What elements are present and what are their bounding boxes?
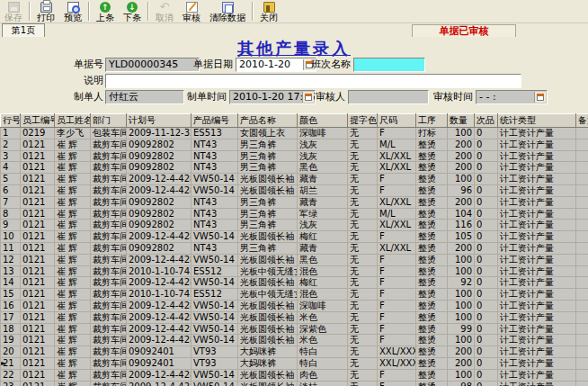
audit-status-badge: 单据已审核 <box>412 24 516 38</box>
toolbar-button-close[interactable]: 关闭 <box>255 0 282 22</box>
table-row[interactable]: 190121崔 辉裁剪车间2009-12-4-428VW50-14光板圆领长袖米… <box>1 335 588 346</box>
cell-process: 整烫 <box>416 357 448 369</box>
table-row[interactable]: 140121崔 辉裁剪车间2009-12-4-428VW50-14光板圆领长袖梅… <box>1 277 588 289</box>
table-row[interactable]: 200121崔 辉裁剪车间09092401VT93大妈咪裤特白无XXL/XXXL… <box>1 346 588 358</box>
cell-product-name: 大妈咪裤 <box>238 357 298 369</box>
column-header-stat-type: 统计类型 <box>498 114 576 128</box>
cell-font-color: 无 <box>348 346 378 358</box>
cell-color: 藏青 <box>298 242 348 254</box>
table-row[interactable]: 160121崔 辉裁剪车间2009-12-4-428VW50-14光板圆领长袖深… <box>1 300 588 311</box>
table-row[interactable]: 170121崔 辉裁剪车间2009-12-4-428VW50-14光板圆领长袖米… <box>1 311 588 323</box>
cell-product-id: NT43 <box>192 162 238 174</box>
cell-size: F <box>378 311 416 323</box>
table-row[interactable]: 130121崔 辉裁剪车间2010-1-10-743ES512光板中领无缝女长袖… <box>1 265 588 277</box>
table-row[interactable]: 120121崔 辉裁剪车间2009-12-4-428VW50-14光板圆领长袖黑… <box>1 254 588 265</box>
table-row[interactable]: 90121崔 辉裁剪车间09092802NT43男三角裤浅灰无XL/XXL整烫1… <box>1 220 588 231</box>
cell-color: 淡桔 <box>298 381 348 386</box>
calendar-icon[interactable] <box>534 92 546 103</box>
toolbar-button-audit[interactable]: 审核 <box>178 0 205 22</box>
table-row[interactable]: 40121崔 辉裁剪车间09092802NT43男三角裤黑色无XL/XXL整烫2… <box>1 162 588 174</box>
table-row[interactable]: 220121崔 辉裁剪车间2009-12-4-428VW50-14光板圆领长袖肉… <box>1 369 588 381</box>
toolbar-button-preview[interactable]: 预览 <box>59 0 86 22</box>
tab-page-1[interactable]: 第1页 <box>2 23 45 37</box>
table-row[interactable]: 20121崔 辉裁剪车间09092802NT43男三角裤浅灰无M/L整烫2000… <box>1 139 588 150</box>
cell-emp-name: 崔 辉 <box>55 139 91 150</box>
toolbar-button-print[interactable]: 打印 <box>32 0 59 22</box>
cell-stat-type: 计工资计产量 <box>498 381 576 386</box>
table-row[interactable]: 180121崔 辉裁剪车间2009-12-4-428VW50-14光板圆领长袖深… <box>1 323 588 335</box>
tab-strip: 第1页 单据已审核 <box>0 23 588 37</box>
cell-rowno: 7 <box>1 196 21 208</box>
cell-plan-no: 2009-12-4-428 <box>127 277 192 289</box>
cell-plan-no: 2009-12-4-428 <box>127 381 192 386</box>
table-row[interactable]: 21►0121崔 辉裁剪车间09092401VT93大妈咪裤特白无XXL/XXX… <box>1 357 588 369</box>
cell-emp-id: 0121 <box>21 277 55 289</box>
cell-product-id: VW50-14 <box>192 311 238 323</box>
cell-rowno: 18 <box>1 323 21 335</box>
cell-size: XL/XXL <box>378 150 416 162</box>
cell-dept: 裁剪车间 <box>91 242 127 254</box>
cell-color: 深紫色 <box>298 323 348 335</box>
cell-emp-name: 崔 辉 <box>55 150 91 162</box>
cell-emp-name: 崔 辉 <box>55 335 91 346</box>
cell-defect: 0 <box>475 369 498 381</box>
cell-stat-type: 计工资计产量 <box>498 289 576 301</box>
table-body: 10219李少飞包装车间2009-11-12-322ES513女圆领上衣深咖啡无… <box>1 128 588 386</box>
cell-product-name: 光板圆领长袖 <box>238 311 298 323</box>
cell-qty: 100 <box>448 369 475 381</box>
doc-date-field[interactable]: 2010-1-20 <box>236 58 316 72</box>
table-row[interactable]: 10219李少飞包装车间2009-11-12-322ES513女圆领上衣深咖啡无… <box>1 128 588 139</box>
column-header-plan-no: 计划号 <box>127 114 192 128</box>
cell-rowno: 22 <box>1 369 21 381</box>
toolbar-separator <box>29 2 31 21</box>
cell-size: F <box>378 174 416 185</box>
table-row[interactable]: 50121崔 辉裁剪车间2009-12-4-428VW50-14光板圆领长袖藏青… <box>1 174 588 185</box>
cell-size: XXL/XXXL <box>378 346 416 358</box>
toolbar-button-label: 取消 <box>156 13 174 22</box>
table-row[interactable]: 30121崔 辉裁剪车间09092802NT43男三角裤浅灰无XL/XXL整烫2… <box>1 150 588 162</box>
shift-name-field[interactable] <box>353 58 425 72</box>
toolbar-separator <box>252 2 254 21</box>
cell-defect: 0 <box>475 357 498 369</box>
cell-font-color: 无 <box>348 208 378 220</box>
cell-rowno: 14 <box>1 277 21 289</box>
toolbar-button-clear-data[interactable]: 清除数据 <box>205 0 250 22</box>
cell-rowno: 5 <box>1 174 21 185</box>
toolbar-group: 打印预览 <box>32 0 86 22</box>
close-icon <box>263 2 275 13</box>
preview-icon <box>67 2 79 13</box>
cell-qty: 92 <box>448 277 475 289</box>
table-row[interactable]: 110121崔 辉裁剪车间09092802NT43男三角裤藏青无XL/XXL整烫… <box>1 242 588 254</box>
cell-process: 整烫 <box>416 231 448 243</box>
cell-size: F <box>378 369 416 381</box>
cell-remark <box>576 289 588 301</box>
toolbar-button-prev-record[interactable]: ↑上条 <box>92 0 119 22</box>
save-icon <box>8 2 20 13</box>
cell-font-color: 无 <box>348 265 378 277</box>
cell-process: 整烫 <box>416 139 448 150</box>
cell-remark <box>576 128 588 139</box>
cell-font-color: 无 <box>348 335 378 346</box>
table-row[interactable]: 70121崔 辉裁剪车间09092802NT43男三角裤藏青无XL/XXL整烫2… <box>1 196 588 208</box>
down-arrow-icon: ↓ <box>127 2 138 13</box>
table-row[interactable]: 80121崔 辉裁剪车间09092802NT43男三角裤军绿无M/L整烫1040… <box>1 208 588 220</box>
toolbar-button-next-record[interactable]: ↓下条 <box>119 0 146 22</box>
cell-defect: 0 <box>475 231 498 243</box>
cell-remark <box>576 277 588 289</box>
cell-product-id: VT93 <box>192 357 238 369</box>
up-arrow-icon: ↑ <box>100 2 111 13</box>
table-row[interactable]: 60121崔 辉裁剪车间2009-12-4-428VW50-14光板圆领长袖胡兰… <box>1 184 588 196</box>
cell-defect: 0 <box>475 323 498 335</box>
cell-remark <box>576 150 588 162</box>
cell-defect: 0 <box>475 150 498 162</box>
description-field[interactable] <box>105 74 521 88</box>
cell-emp-name: 崔 辉 <box>55 231 91 243</box>
cell-defect: 0 <box>475 265 498 277</box>
cell-product-id: VW50-14 <box>192 300 238 311</box>
table-row[interactable]: 230121崔 辉裁剪车间2009-12-4-428VW50-14光板圆领长袖淡… <box>1 381 588 386</box>
cell-product-name: 男三角裤 <box>238 196 298 208</box>
table-row[interactable]: 100121崔 辉裁剪车间2009-12-4-428VW50-14光板圆领长袖梅… <box>1 231 588 243</box>
cell-stat-type: 计工资计产量 <box>498 220 576 231</box>
table-row[interactable]: 150121崔 辉裁剪车间2010-1-10-743ES512光板中领无缝女长袖… <box>1 289 588 301</box>
cell-process: 整烫 <box>416 184 448 196</box>
